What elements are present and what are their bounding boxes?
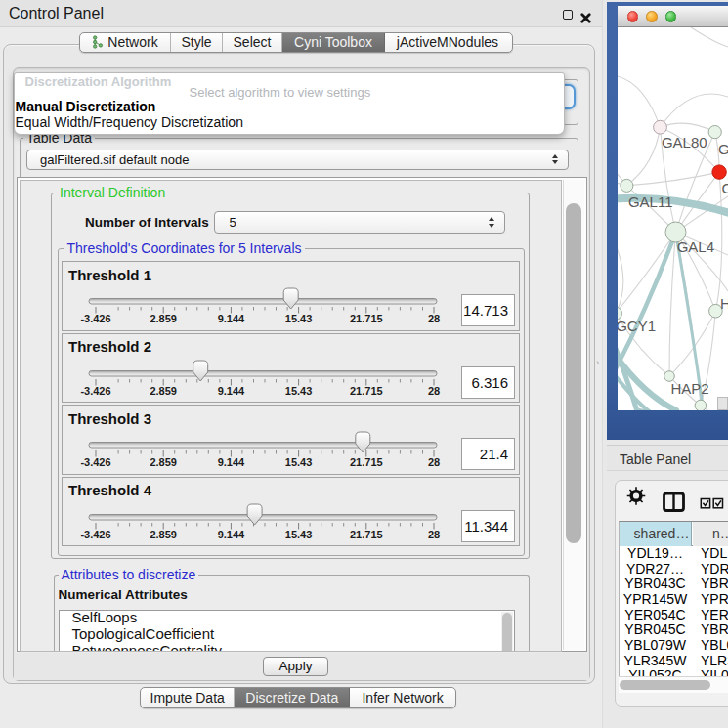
svg-text:2.859: 2.859 bbox=[150, 313, 177, 324]
svg-text:HAP2: HAP2 bbox=[670, 380, 708, 397]
svg-text:28: 28 bbox=[428, 528, 440, 539]
svg-text:28: 28 bbox=[428, 384, 440, 396]
svg-text:28: 28 bbox=[428, 456, 440, 468]
svg-text:GCY1: GCY1 bbox=[618, 318, 656, 334]
svg-text:15.43: 15.43 bbox=[285, 384, 313, 396]
svg-text:9.144: 9.144 bbox=[218, 313, 245, 324]
svg-text:GAL80: GAL80 bbox=[662, 134, 707, 150]
svg-text:GA: GA bbox=[718, 141, 728, 157]
svg-text:9.144: 9.144 bbox=[218, 384, 245, 396]
svg-text:15.43: 15.43 bbox=[285, 313, 313, 324]
svg-text:GAL4: GAL4 bbox=[677, 238, 714, 255]
svg-text:-3.426: -3.426 bbox=[80, 384, 110, 396]
svg-text:-3.426: -3.426 bbox=[80, 528, 110, 539]
svg-text:-3.426: -3.426 bbox=[80, 456, 110, 468]
svg-text:GAL11: GAL11 bbox=[628, 193, 673, 210]
svg-text:21.715: 21.715 bbox=[350, 313, 383, 324]
svg-text:2.859: 2.859 bbox=[150, 528, 177, 539]
svg-text:2.859: 2.859 bbox=[150, 456, 177, 468]
svg-text:9.144: 9.144 bbox=[218, 528, 245, 539]
svg-text:H: H bbox=[720, 295, 728, 312]
svg-text:-3.426: -3.426 bbox=[80, 313, 110, 324]
svg-text:C: C bbox=[721, 180, 728, 196]
svg-text:2.859: 2.859 bbox=[150, 384, 177, 396]
svg-text:15.43: 15.43 bbox=[285, 456, 313, 468]
svg-text:9.144: 9.144 bbox=[218, 456, 245, 468]
svg-text:21.715: 21.715 bbox=[350, 384, 383, 396]
svg-text:28: 28 bbox=[428, 313, 440, 324]
svg-text:21.715: 21.715 bbox=[350, 456, 383, 468]
svg-text:21.715: 21.715 bbox=[350, 528, 383, 539]
svg-text:15.43: 15.43 bbox=[285, 528, 313, 539]
